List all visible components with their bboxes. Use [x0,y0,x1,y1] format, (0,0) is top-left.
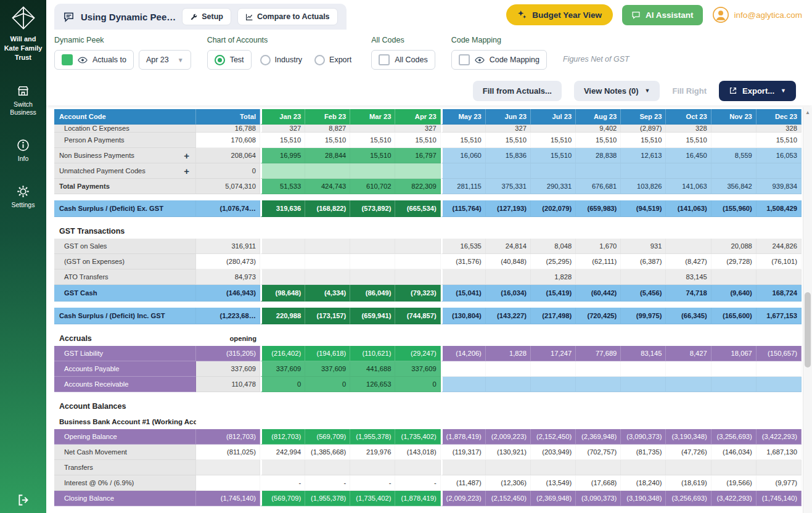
fill-right-button-disabled[interactable]: Fill Right [672,86,707,96]
table-cell[interactable] [196,414,260,429]
code-mapping-checkbox[interactable] [459,54,470,65]
table-cell[interactable]: 337,609 [260,361,305,377]
table-cell[interactable]: (665,534) [395,200,440,217]
table-cell[interactable]: (1,735,402) [395,429,440,445]
table-cell[interactable]: (569,709) [305,429,350,445]
table-cell[interactable]: (216,402) [260,346,305,361]
table-cell[interactable]: 290,331 [531,179,576,194]
table-cell[interactable]: (31,576) [441,254,486,269]
table-cell[interactable]: (280,473) [196,254,260,269]
sidebar-item-settings[interactable]: Settings [6,185,41,209]
table-cell[interactable]: 375,331 [486,179,531,194]
table-cell[interactable] [576,223,621,239]
table-cell[interactable] [260,414,305,429]
table-cell[interactable] [712,361,757,377]
table-cell[interactable]: (2,369,948) [531,491,576,506]
table-cell[interactable]: (16,034) [486,285,531,302]
table-cell[interactable] [486,377,531,392]
export-dropdown[interactable]: Export... ▼ [719,81,796,101]
table-cell[interactable] [350,414,395,429]
table-cell[interactable] [486,361,531,377]
table-cell[interactable]: (3,090,373) [576,491,621,506]
table-cell[interactable]: (81,735) [621,445,666,460]
table-cell[interactable] [196,475,260,491]
table-cell[interactable]: 16,450 [666,148,711,163]
table-cell[interactable]: (1,745,140) [196,491,260,506]
fill-from-actuals-button[interactable]: Fill from Actuals... [473,81,562,101]
table-cell[interactable]: 77,689 [576,346,621,361]
table-cell[interactable]: (3,422,293) [712,491,757,506]
account-menu[interactable]: info@aglytica.com [712,6,803,23]
table-cell[interactable]: (3,256,693) [712,429,757,445]
table-cell[interactable]: (115,764) [441,200,486,217]
table-cell[interactable] [441,223,486,239]
table-cell[interactable] [395,254,440,269]
table-cell[interactable]: 18,067 [712,346,757,361]
table-cell[interactable]: (146,943) [196,285,260,302]
table-cell[interactable]: (659,941) [350,308,395,324]
table-cell[interactable]: 24,814 [486,239,531,254]
table-cell[interactable]: 939,834 [757,179,802,194]
table-cell[interactable]: 822,309 [395,179,440,194]
table-cell[interactable] [260,269,305,285]
table-cell[interactable] [260,460,305,475]
table-cell[interactable]: 103,826 [621,179,666,194]
table-cell[interactable] [576,330,621,346]
table-cell[interactable] [576,361,621,377]
table-cell[interactable]: 8,427 [666,346,711,361]
radio-test[interactable]: Test [207,50,252,70]
table-cell[interactable] [621,460,666,475]
tab-compare-to-actuals[interactable]: Compare to Actuals [237,8,338,25]
table-cell[interactable]: (17,668) [576,475,621,491]
table-cell[interactable] [350,239,395,254]
table-cell[interactable]: 319,636 [260,200,305,217]
table-cell[interactable] [531,414,576,429]
table-cell[interactable]: 610,702 [350,179,395,194]
table-cell[interactable]: (1,955,378) [305,491,350,506]
table-cell[interactable]: (1,223,68… [196,308,260,324]
table-cell[interactable] [712,269,757,285]
table-cell[interactable] [260,239,305,254]
table-cell[interactable] [260,398,305,414]
table-cell[interactable]: 9,402 [576,125,621,133]
table-cell[interactable] [576,414,621,429]
table-cell[interactable] [621,330,666,346]
table-cell[interactable]: (143,018) [395,445,440,460]
table-cell[interactable] [757,330,802,346]
table-cell[interactable]: (573,892) [350,200,395,217]
table-cell[interactable] [621,163,666,179]
table-cell[interactable] [757,361,802,377]
table-cell[interactable]: 84,973 [196,269,260,285]
table-cell[interactable]: 126,653 [350,377,395,392]
table-cell[interactable]: 16,797 [395,148,440,163]
table-cell[interactable]: (3,256,693) [666,491,711,506]
table-cell[interactable]: 74,718 [666,285,711,302]
table-cell[interactable]: (811,025) [196,445,260,460]
table-cell[interactable] [441,269,486,285]
table-cell[interactable]: 8,048 [531,239,576,254]
table-cell[interactable]: 328 [757,125,802,133]
table-cell[interactable] [486,398,531,414]
table-cell[interactable] [712,377,757,392]
table-cell[interactable] [531,460,576,475]
table-cell[interactable]: 1,828 [531,269,576,285]
table-cell[interactable]: (194,618) [305,346,350,361]
table-cell[interactable] [350,254,395,269]
table-cell[interactable]: 242,994 [260,445,305,460]
table-cell[interactable]: (25,295) [531,254,576,269]
table-cell[interactable]: (569,709) [260,491,305,506]
table-cell[interactable]: (173,157) [305,308,350,324]
table-cell[interactable] [531,223,576,239]
table-cell[interactable]: 15,510 [757,133,802,148]
table-cell[interactable] [260,330,305,346]
table-cell[interactable] [441,414,486,429]
table-cell[interactable]: (2,009,223) [441,491,486,506]
table-cell[interactable]: 83,145 [666,269,711,285]
table-cell[interactable]: (141,063) [666,200,711,217]
table-cell[interactable]: 676,681 [576,179,621,194]
table-cell[interactable] [531,330,576,346]
table-cell[interactable]: - [305,475,350,491]
table-cell[interactable]: (94,519) [621,200,666,217]
table-cell[interactable] [712,330,757,346]
table-cell[interactable]: (3,190,348) [666,429,711,445]
